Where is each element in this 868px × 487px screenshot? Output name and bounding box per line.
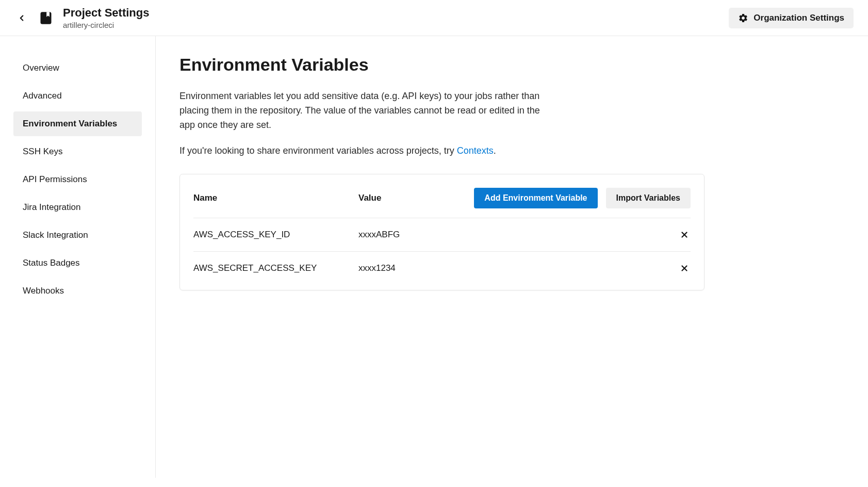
variable-name: AWS_SECRET_ACCESS_KEY <box>193 263 358 273</box>
description-2-suffix: . <box>494 145 496 156</box>
sidebar: OverviewAdvancedEnvironment VariablesSSH… <box>0 36 156 478</box>
column-headers: Name Value <box>193 193 474 203</box>
description-2: If you're looking to share environment v… <box>179 144 541 158</box>
contexts-link[interactable]: Contexts <box>457 145 494 156</box>
description-2-prefix: If you're looking to share environment v… <box>179 145 457 156</box>
sidebar-item-webhooks[interactable]: Webhooks <box>13 279 142 303</box>
back-button[interactable] <box>14 11 29 25</box>
sidebar-item-ssh-keys[interactable]: SSH Keys <box>13 139 142 164</box>
sidebar-item-environment-variables[interactable]: Environment Variables <box>13 111 142 136</box>
organization-settings-label: Organization Settings <box>754 13 844 23</box>
card-actions: Add Environment Variable Import Variable… <box>474 188 691 208</box>
sidebar-item-jira-integration[interactable]: Jira Integration <box>13 195 142 220</box>
header: Project Settings artillery-circleci Orga… <box>0 0 868 36</box>
card-header: Name Value Add Environment Variable Impo… <box>193 188 691 218</box>
project-icon <box>38 10 54 26</box>
column-header-name: Name <box>193 193 358 203</box>
chevron-left-icon <box>17 13 26 23</box>
delete-variable-button[interactable] <box>678 229 691 241</box>
sidebar-item-advanced[interactable]: Advanced <box>13 84 142 108</box>
sidebar-item-status-badges[interactable]: Status Badges <box>13 251 142 275</box>
variables-card: Name Value Add Environment Variable Impo… <box>179 174 705 290</box>
gear-icon <box>738 13 748 23</box>
description-1: Environment variables let you add sensit… <box>179 89 541 133</box>
sidebar-item-overview[interactable]: Overview <box>13 56 142 80</box>
variable-value: xxxx1234 <box>358 263 678 273</box>
page-title: Project Settings <box>63 6 149 20</box>
add-environment-variable-button[interactable]: Add Environment Variable <box>474 188 597 208</box>
bookmark-icon <box>39 11 53 25</box>
title-block: Project Settings artillery-circleci <box>63 6 149 29</box>
project-name: artillery-circleci <box>63 21 149 29</box>
table-row: AWS_ACCESS_KEY_IDxxxxABFG <box>193 218 691 252</box>
header-left: Project Settings artillery-circleci <box>14 6 149 29</box>
variable-rows: AWS_ACCESS_KEY_IDxxxxABFGAWS_SECRET_ACCE… <box>193 218 691 285</box>
close-icon <box>680 230 689 239</box>
close-icon <box>680 264 689 273</box>
main-heading: Environment Variables <box>179 55 705 75</box>
variable-value: xxxxABFG <box>358 230 678 240</box>
layout: OverviewAdvancedEnvironment VariablesSSH… <box>0 36 868 478</box>
column-header-value: Value <box>358 193 381 203</box>
main-content: Environment Variables Environment variab… <box>156 36 728 478</box>
table-row: AWS_SECRET_ACCESS_KEYxxxx1234 <box>193 252 691 285</box>
svg-rect-0 <box>41 12 52 24</box>
organization-settings-button[interactable]: Organization Settings <box>729 8 854 28</box>
import-variables-button[interactable]: Import Variables <box>606 188 691 208</box>
sidebar-item-api-permissions[interactable]: API Permissions <box>13 167 142 192</box>
delete-variable-button[interactable] <box>678 262 691 274</box>
sidebar-item-slack-integration[interactable]: Slack Integration <box>13 223 142 248</box>
variable-name: AWS_ACCESS_KEY_ID <box>193 230 358 240</box>
